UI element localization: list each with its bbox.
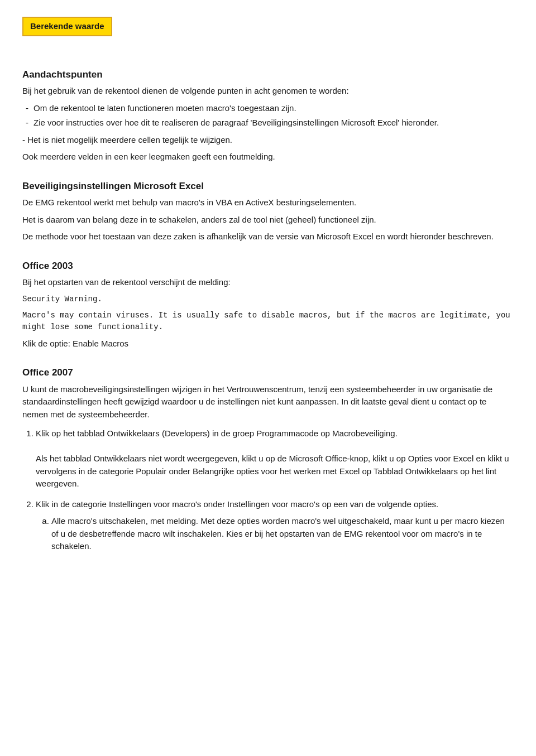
beveiligingsinstellingen-para2: Het is daarom van belang deze in te scha… bbox=[22, 214, 514, 227]
aandachtspunten-title: Aandachtspunten bbox=[22, 68, 514, 82]
aandachtspunten-note2: Ook meerdere velden in een keer leegmake… bbox=[22, 151, 514, 163]
aandachtspunten-note1: - Het is niet mogelijk meerdere cellen t… bbox=[22, 134, 514, 147]
office2003-line2: Security Warning. bbox=[22, 293, 514, 305]
office2007-heading: Office 2007 bbox=[22, 365, 514, 380]
banner: Berekende waarde bbox=[22, 17, 112, 36]
office2007-para1: U kunt de macrobeveiligingsinstellingen … bbox=[22, 383, 514, 421]
step2-main: Klik in de categorie Instellingen voor m… bbox=[36, 499, 438, 509]
beveiligingsinstellingen-para3: De methode voor het toestaan van deze za… bbox=[22, 230, 514, 243]
step1-main: Klik op het tabblad Ontwikkelaars (Devel… bbox=[36, 428, 398, 438]
beveiligingsinstellingen-title: Beveiligingsinstellingen Microsoft Excel bbox=[22, 179, 514, 194]
aandachtspunten-list: Om de rekentool te laten functioneren mo… bbox=[22, 102, 514, 129]
list-item: Alle macro's uitschakelen, met melding. … bbox=[51, 515, 514, 553]
office2003-line4: Klik de optie: Enable Macros bbox=[22, 338, 514, 350]
office2003-line3: Macro's may contain viruses. It is usual… bbox=[22, 310, 514, 333]
list-item: Zie voor instructies over hoe dit te rea… bbox=[22, 117, 514, 129]
step1-sub: Als het tabblad Ontwikkelaars niet wordt… bbox=[36, 454, 509, 488]
office2003-section: Office 2003 Bij het opstarten van de rek… bbox=[22, 259, 514, 350]
office2007-steps: Klik op het tabblad Ontwikkelaars (Devel… bbox=[22, 427, 514, 553]
office2003-heading: Office 2003 bbox=[22, 259, 514, 273]
office2007-section: Office 2007 U kunt de macrobeveiligingsi… bbox=[22, 365, 514, 553]
list-item: Klik op het tabblad Ontwikkelaars (Devel… bbox=[36, 427, 514, 490]
step2-sub-list: Alle macro's uitschakelen, met melding. … bbox=[36, 515, 514, 553]
aandachtspunten-section: Aandachtspunten Bij het gebruik van de r… bbox=[22, 68, 514, 163]
beveiligingsinstellingen-para1: De EMG rekentool werkt met behulp van ma… bbox=[22, 196, 514, 209]
aandachtspunten-intro: Bij het gebruik van de rekentool dienen … bbox=[22, 85, 514, 98]
beveiligingsinstellingen-section: Beveiligingsinstellingen Microsoft Excel… bbox=[22, 179, 514, 243]
list-item: Klik in de categorie Instellingen voor m… bbox=[36, 498, 514, 553]
office2003-line1: Bij het opstarten van de rekentool versc… bbox=[22, 276, 514, 289]
list-item: Om de rekentool te laten functioneren mo… bbox=[22, 102, 514, 115]
